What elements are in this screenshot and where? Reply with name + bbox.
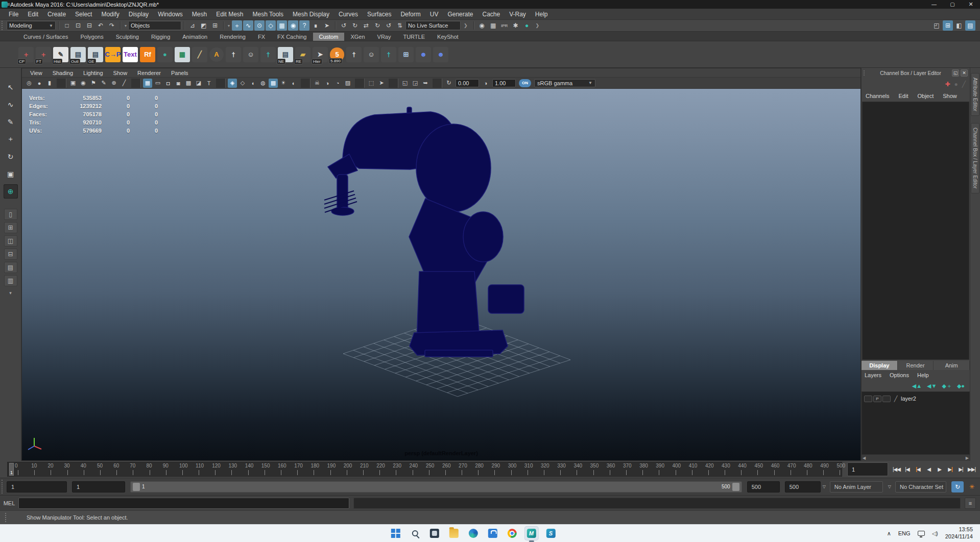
tab-channel-box[interactable]: Channel Box / Layer Editor	[971, 123, 979, 193]
snap-to-curves-icon[interactable]: ∿	[243, 20, 253, 31]
select-hierarchy-icon[interactable]: ⊿	[187, 20, 198, 31]
playback-end-field[interactable]: 500	[747, 481, 780, 492]
panel-menu-item[interactable]: View	[25, 70, 47, 76]
layer-editor-menu-item[interactable]: Help	[917, 372, 929, 378]
lock-icon[interactable]: ∎	[310, 20, 321, 31]
close-button[interactable]: ✕	[962, 0, 980, 9]
minimize-button[interactable]: —	[925, 0, 943, 9]
shelf-item-a[interactable]: A	[209, 47, 224, 62]
shelf-item-figure-2[interactable]: †	[346, 47, 362, 62]
taskbar-app-search[interactable]	[408, 526, 422, 540]
camera-keys-icon[interactable]: ╱	[119, 79, 129, 88]
shelf-tab[interactable]: FX	[252, 33, 271, 41]
shelf-item-hist[interactable]: ✎ Hist	[53, 47, 68, 62]
clock[interactable]: 13:55 2024/11/14	[945, 526, 973, 540]
panel-menu-item[interactable]: Renderer	[132, 70, 166, 76]
vray-rt-icon[interactable]: ●	[522, 20, 532, 31]
textured-icon[interactable]: ◍	[258, 79, 268, 88]
menu-item[interactable]: Curves	[334, 9, 363, 20]
menu-item[interactable]: Mesh Tools	[248, 9, 288, 20]
taskbar-app-chrome[interactable]	[505, 526, 519, 540]
shelf-item-cp[interactable]: ＋ CP	[18, 47, 34, 62]
shelf-item-head-2[interactable]: ☻	[433, 47, 448, 62]
colorspace-selector[interactable]: sRGB gamma▼	[534, 79, 595, 87]
taskbar-app-wps[interactable]	[543, 526, 558, 540]
shelf-item-ft[interactable]: ＋ FT	[36, 47, 51, 62]
workspace-four-pane-icon[interactable]: ⊞	[943, 20, 953, 31]
taskbar-app-maya[interactable]	[524, 526, 538, 540]
layer-color-swatch[interactable]: ╱	[892, 395, 900, 402]
history-toggle-icon[interactable]: ⇄	[361, 20, 371, 31]
shelf-menu-icon[interactable]: ≡	[7, 2, 10, 7]
layout-persp-outliner-icon[interactable]: ◫	[4, 235, 17, 247]
taskbar-app-file-explorer[interactable]	[446, 526, 461, 540]
construction-history-on-icon[interactable]: ↺	[339, 20, 349, 31]
command-language-label[interactable]: MEL	[0, 500, 18, 506]
manip-axis-icon[interactable]: ✚	[945, 81, 950, 88]
shelf-item-ne[interactable]: ▤ NE	[278, 47, 293, 62]
open-scene-icon[interactable]: ⊡	[73, 20, 83, 31]
paint-select-tool-icon[interactable]: ✎	[4, 115, 18, 129]
layout-persp-graph-icon[interactable]: ▤	[4, 262, 17, 273]
viewport-canvas[interactable]: Verts:53585300 Edges:123921200 Faces:705…	[22, 89, 861, 460]
render-settings-icon[interactable]: ✱	[511, 20, 521, 31]
shelf-tab[interactable]: Sculpting	[110, 33, 145, 41]
layout-four-pane-icon[interactable]: ⊞	[4, 222, 17, 233]
menu-item[interactable]: UV	[425, 9, 443, 20]
render-view-icon[interactable]: ◉	[477, 20, 487, 31]
copy-pane-icon[interactable]: ◱	[400, 79, 410, 88]
camera-pivot-icon[interactable]: ⊕	[109, 79, 118, 88]
menu-item[interactable]: Mesh	[187, 9, 211, 20]
dim-sphere-icon[interactable]: ●	[35, 79, 44, 88]
layer-editor-tab[interactable]: Anim	[934, 361, 970, 370]
shelf-tab[interactable]: Rendering	[213, 33, 252, 41]
range-grip[interactable]	[2, 480, 5, 493]
exposure-cycle-icon[interactable]: ↻	[444, 79, 453, 88]
tab-attribute-editor[interactable]: Attribute Editor	[971, 73, 979, 116]
history-swap-icon[interactable]: ⇅	[395, 20, 405, 31]
color-management-toggle[interactable]: ON	[519, 79, 531, 87]
step-forward-frame-button[interactable]: ▶|	[955, 464, 966, 475]
script-editor-icon[interactable]: ≡	[965, 498, 976, 509]
go-to-end-button[interactable]: ▶▶|	[966, 464, 977, 475]
expand-arrow-icon[interactable]: ❯	[464, 23, 468, 28]
float-panel-icon[interactable]: ◱	[952, 69, 959, 77]
shelf-item-ge[interactable]: ▤ GE	[88, 47, 103, 62]
range-caret-icon[interactable]: ▽	[823, 484, 826, 489]
expand-arrow-icon-2[interactable]: ❯	[536, 23, 540, 28]
grid-icon[interactable]: ▦	[143, 79, 152, 88]
panel-menu-item[interactable]: Show	[108, 70, 133, 76]
workspace-split-icon[interactable]: ◧	[954, 20, 964, 31]
menu-item[interactable]: Deform	[396, 9, 425, 20]
bookmark-icon[interactable]: ⚑	[89, 79, 98, 88]
occlusion-icon[interactable]: ◑	[323, 79, 332, 88]
close-panel-icon[interactable]: ✕	[961, 69, 968, 77]
ipr-render-icon[interactable]: IPR	[499, 20, 510, 31]
render-current-frame-icon[interactable]: ▦	[488, 20, 498, 31]
menu-item[interactable]: Edit Mesh	[211, 9, 248, 20]
anim-layer-caret-icon[interactable]: ▽	[888, 484, 891, 489]
move-layer-down-icon[interactable]: ◀▼	[927, 383, 937, 389]
layer-editor-tab[interactable]: Render	[898, 361, 934, 370]
channel-box-menu-item[interactable]: Edit	[898, 93, 913, 99]
volume-icon[interactable]: ◁)	[932, 530, 938, 537]
shelf-item-figure-teal-2[interactable]: †	[381, 47, 396, 62]
show-manipulator-tool-icon[interactable]: ⊕	[4, 184, 18, 199]
snap-to-view-planes-icon[interactable]: ▦	[277, 20, 287, 31]
select-tool-icon[interactable]: ↖	[4, 80, 18, 94]
shelf-item-re[interactable]: ▰ RE	[295, 47, 310, 62]
dim-cube-icon[interactable]: ▮	[45, 79, 54, 88]
taskbar-app-task-view[interactable]	[427, 526, 441, 540]
shelf-item-figure-teal-1[interactable]: †	[260, 47, 276, 62]
step-back-frame-button[interactable]: |◀	[902, 464, 913, 475]
panel-drag-grip[interactable]	[864, 70, 871, 76]
scale-tool-icon[interactable]: ▣	[4, 167, 18, 181]
channel-list-empty[interactable]	[862, 102, 969, 360]
shelf-item-head-1[interactable]: ☻	[416, 47, 431, 62]
menu-item[interactable]: Generate	[443, 9, 477, 20]
grease-pencil-icon[interactable]: ✎	[99, 79, 108, 88]
shadows-icon[interactable]: ◐	[289, 79, 298, 88]
maximize-button[interactable]: ▢	[943, 0, 962, 9]
safe-action-icon[interactable]: ◪	[194, 79, 203, 88]
animation-start-field[interactable]: 1	[7, 481, 67, 492]
